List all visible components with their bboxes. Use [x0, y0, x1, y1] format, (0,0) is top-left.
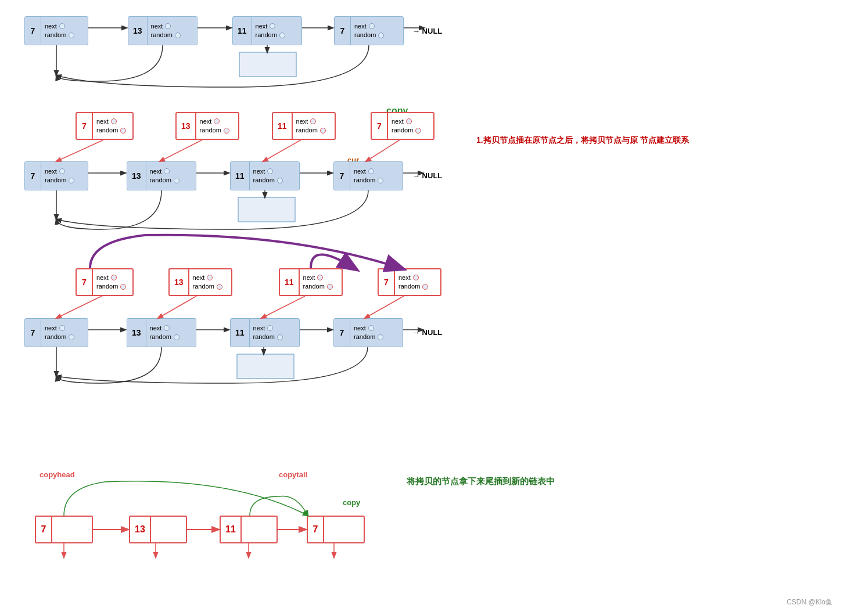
watermark: CSDN @Klo鱼 [786, 597, 832, 607]
d2-node-11: 11 next random [230, 161, 300, 190]
d4-node-7b: 7 [307, 516, 365, 543]
d2-node-7b: 7 next random [333, 161, 403, 190]
svg-line-7 [56, 140, 103, 161]
svg-rect-5 [239, 52, 296, 77]
svg-line-18 [56, 296, 102, 318]
d2-copy-7: 7 next random [76, 112, 134, 140]
svg-line-10 [366, 140, 400, 161]
d2-copy-11: 11 next random [272, 112, 336, 140]
d3-copy-7b: 7 next random [378, 268, 441, 296]
d1-node-11: 11 next random [232, 16, 302, 45]
section1-description: 1.拷贝节点插在原节点之后，将拷贝节点与原 节点建立联系 [476, 134, 697, 146]
page-container: 7 next random 13 next random 11 next ran… [0, 0, 844, 616]
svg-line-8 [160, 140, 202, 161]
d3-copy-7: 7 next random [76, 268, 134, 296]
svg-line-19 [158, 296, 196, 318]
d4-node-11: 11 [220, 516, 278, 543]
d3-copy-13: 13 next random [168, 268, 232, 296]
d2-node-13: 13 next random [127, 161, 196, 190]
svg-line-20 [261, 296, 305, 318]
d2-null: → NULL [412, 171, 442, 180]
copyhead-label: copyhead [39, 470, 75, 479]
arrows-overlay [0, 0, 844, 616]
d1-node-13: 13 next random [128, 16, 197, 45]
d1-node-7: 7 next random [24, 16, 88, 45]
copytail-label: copytail [279, 470, 307, 479]
copy-label-4: copy [343, 498, 360, 507]
d4-node-7: 7 [35, 516, 93, 543]
svg-rect-27 [237, 354, 294, 379]
d2-node-7: 7 next random [24, 161, 88, 190]
d3-node-13: 13 next random [127, 318, 196, 347]
section2-text: 将拷贝的节点拿下来尾插到新的链表中 [407, 476, 627, 487]
d3-node-7: 7 next random [24, 318, 88, 347]
d1-node-7b: 7 next random [334, 16, 404, 45]
d2-copy-7b: 7 next random [371, 112, 434, 140]
svg-line-21 [365, 296, 404, 318]
d3-node-7b: 7 next random [333, 318, 403, 347]
d3-null: → NULL [412, 328, 442, 337]
d2-copy-13: 13 next random [175, 112, 239, 140]
svg-line-9 [263, 140, 301, 161]
d3-copy-11: 11 next random [279, 268, 343, 296]
svg-rect-16 [238, 197, 295, 222]
d3-node-11: 11 next random [230, 318, 300, 347]
d1-null: → NULL [412, 27, 442, 35]
d4-node-13: 13 [129, 516, 187, 543]
